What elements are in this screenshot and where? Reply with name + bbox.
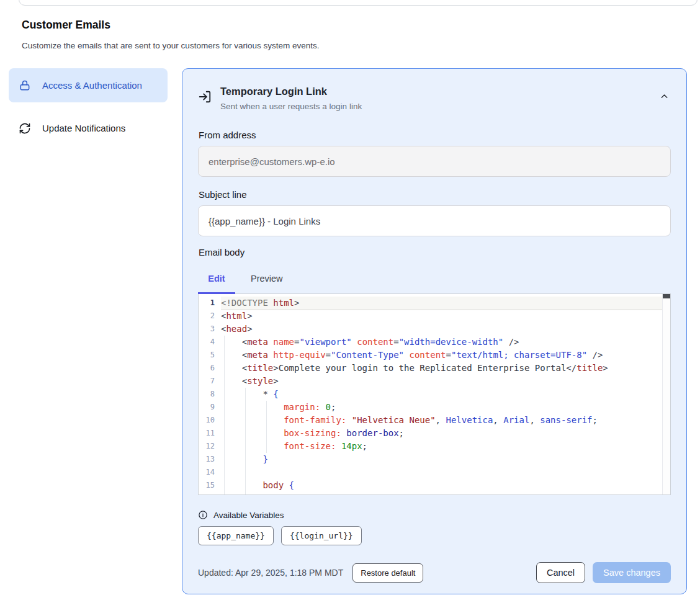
code-line-text[interactable]: font-size: 14px; [221, 440, 670, 453]
email-body-tabs: Edit Preview [198, 264, 671, 293]
active-tab-indicator [198, 292, 235, 294]
code-line: 12 font-size: 14px; [199, 440, 670, 453]
tab-edit[interactable]: Edit [198, 274, 235, 284]
panel-header: Temporary Login Link Sent when a user re… [198, 85, 671, 111]
from-address-label: From address [199, 130, 671, 140]
code-line: 9 margin: 0; [199, 401, 670, 414]
code-line-text[interactable]: <meta name="viewport" content="width=dev… [221, 336, 670, 349]
sidebar-item-access-authentication[interactable]: Access & Authentication [9, 68, 168, 102]
indent-guide [266, 401, 267, 453]
line-number: 16 [199, 492, 221, 495]
line-number: 3 [199, 323, 221, 336]
code-line-text[interactable]: <html> [221, 310, 670, 323]
email-body-label: Email body [199, 247, 671, 257]
line-number: 6 [199, 362, 221, 375]
variable-chip-app-name[interactable]: {{app_name}} [198, 526, 274, 545]
save-changes-button[interactable]: Save changes [593, 562, 671, 583]
indent-guide [245, 388, 246, 494]
line-number: 15 [199, 479, 221, 492]
email-types-sidebar: Access & Authentication Update Notificat… [9, 68, 168, 145]
sidebar-item-update-notifications[interactable]: Update Notifications [9, 111, 168, 145]
code-line: 5 <meta http-equiv="Content-Type" conten… [199, 349, 670, 362]
code-line: 7 <style> [199, 375, 670, 388]
tab-preview[interactable]: Preview [251, 274, 283, 284]
indent-guide [224, 336, 225, 494]
line-number: 11 [199, 427, 221, 440]
code-line: 13 } [199, 453, 670, 466]
code-line-text[interactable]: <!DOCTYPE html> [221, 297, 670, 310]
code-line: 11 box-sizing: border-box; [199, 427, 670, 440]
code-lines: 1<!DOCTYPE html>2<html>3<head>4 <meta na… [199, 294, 670, 495]
line-number: 13 [199, 453, 221, 466]
code-line: 6 <title>Complete your login to the Repl… [199, 362, 670, 375]
code-line-text[interactable]: * { [221, 388, 670, 401]
code-line: 15 body { [199, 479, 670, 492]
line-number: 8 [199, 388, 221, 401]
panel-title: Temporary Login Link [220, 85, 362, 98]
line-number: 2 [199, 310, 221, 323]
line-number: 5 [199, 349, 221, 362]
restore-default-button[interactable]: Restore default [352, 563, 423, 583]
code-line-text[interactable]: <title>Complete your login to the Replic… [221, 362, 670, 375]
line-number: 10 [199, 414, 221, 427]
from-address-input[interactable] [198, 146, 671, 177]
cancel-button[interactable]: Cancel [536, 562, 585, 583]
subject-line-label: Subject line [199, 189, 671, 200]
line-number: 9 [199, 401, 221, 414]
variable-chips: {{app_name}} {{login_url}} [198, 526, 671, 545]
line-number: 14 [199, 466, 221, 479]
code-editor[interactable]: 1<!DOCTYPE html>2<html>3<head>4 <meta na… [198, 293, 671, 495]
code-line-text[interactable]: box-sizing: border-box; [221, 427, 670, 440]
code-line-text[interactable]: font-family: "Helvetica Neue", Helvetica… [221, 414, 670, 427]
temporary-login-link-panel: Temporary Login Link Sent when a user re… [182, 68, 687, 594]
code-line: 8 * { [199, 388, 670, 401]
panel-subtitle: Sent when a user requests a login link [220, 102, 362, 111]
available-variables-label: Available Variables [213, 511, 284, 520]
editor-scrollbar[interactable] [662, 294, 670, 494]
updated-timestamp: Updated: Apr 29, 2025, 1:18 PM MDT [198, 568, 343, 578]
editor-scrollbar-thumb[interactable] [663, 294, 670, 298]
line-number: 4 [199, 336, 221, 349]
panel-footer: Updated: Apr 29, 2025, 1:18 PM MDT Resto… [198, 562, 671, 583]
lock-icon [19, 79, 31, 92]
code-line: 1<!DOCTYPE html> [199, 297, 670, 310]
previous-card-bottom-edge [19, 0, 698, 6]
code-line: 14 [199, 466, 670, 479]
line-number: 12 [199, 440, 221, 453]
refresh-icon [19, 122, 31, 135]
info-icon [198, 510, 208, 520]
variable-chip-login-url[interactable]: {{login_url}} [281, 526, 362, 545]
page-subtitle: Customize the emails that are sent to yo… [22, 41, 319, 50]
subject-line-input[interactable] [198, 205, 671, 236]
line-number: 7 [199, 375, 221, 388]
code-line: 10 font-family: "Helvetica Neue", Helvet… [199, 414, 670, 427]
page-title: Customer Emails [22, 19, 110, 32]
code-line-text[interactable]: body { [221, 479, 670, 492]
code-line: 4 <meta name="viewport" content="width=d… [199, 336, 670, 349]
code-line-text[interactable] [221, 466, 670, 479]
code-line: 16 background-color: #f6f6f6; [199, 492, 670, 495]
log-in-icon [198, 90, 212, 111]
chevron-up-icon[interactable] [659, 91, 670, 104]
code-line-text[interactable]: } [221, 453, 670, 466]
available-variables-row: Available Variables [198, 510, 671, 520]
panel-header-text: Temporary Login Link Sent when a user re… [220, 85, 362, 111]
code-line: 2<html> [199, 310, 670, 323]
code-line-text[interactable]: margin: 0; [221, 401, 670, 414]
sidebar-item-label: Access & Authentication [42, 78, 142, 92]
code-line-text[interactable]: <style> [221, 375, 670, 388]
code-line-text[interactable]: <head> [221, 323, 670, 336]
code-line: 3<head> [199, 323, 670, 336]
line-number: 1 [199, 297, 221, 310]
sidebar-item-label: Update Notifications [42, 121, 125, 135]
code-line-text[interactable]: background-color: #f6f6f6; [221, 492, 670, 495]
code-line-text[interactable]: <meta http-equiv="Content-Type" content=… [221, 349, 670, 362]
